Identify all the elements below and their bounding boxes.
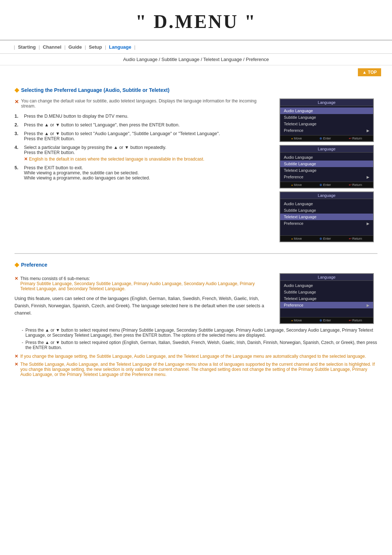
warning-x-icon-3: ✕ [15,354,18,359]
section2-bullets: - Press the ▲ or ▼ button to select requ… [22,328,377,350]
step-5-text: Press the EXIT button to exit. While vie… [24,165,269,181]
step-4: 4. Select a particular language by press… [15,145,269,162]
tv-item-audio-label-3: Audio Language [284,202,369,206]
tv-item-teletext-1: Teletext Language [280,121,373,127]
section2-warning2: ✕ The Subtitle Language, Audio Language,… [15,362,377,377]
step-1: 1. Press the D.MENU button to display th… [15,114,269,119]
section1-left: ✕ You can change the default value for s… [15,98,269,184]
tv-ctrl-move-3: ⬧ Move [291,237,302,240]
nav-sep-2: | [64,44,65,50]
nav-guide[interactable]: Guide [69,44,82,50]
tv-item-teletext-label-2: Teletext Language [284,168,369,173]
bullet-2: - Press the ▲ or ▼ button to select requ… [22,340,377,350]
enter-icon-pref: ⊕ [319,319,322,322]
top-button[interactable]: ▲ TOP [358,68,381,76]
enter-icon-2: ⊕ [319,183,322,187]
tv-controls-1: ⬧ Move ⊕ Enter ↩ Return [280,135,373,141]
tv-ctrl-return-pref: ↩ Return [349,319,362,322]
tv-ctrl-enter-pref: ⊕ Enter [319,319,331,322]
steps-list: 1. Press the D.MENU button to display th… [15,114,269,181]
tv-display-1: Language Audio Language Subtitle Languag… [279,98,374,142]
nav-starting[interactable]: Starting [18,44,36,50]
tv-arrow-2: ▶ [367,175,369,179]
tv-item-subtitle-2: Subtitle Language [280,161,373,167]
section2-warning1-text: If you change the language setting, the … [20,354,366,359]
nav-language[interactable]: Language [109,44,131,50]
tv-title-pref: Language [280,274,373,281]
step-4-warning-text: English is the default in cases where th… [29,157,204,162]
nav-sep-3: | [85,44,86,50]
move-label-2: Move [294,183,302,187]
note-x-icon-1: ✕ [15,99,19,109]
nav-sep-0: | [14,44,15,50]
tv-ctrl-return-1: ↩ Return [349,137,362,140]
tv-pref-pref: Preference ▶ [280,302,373,308]
tv-item-teletext-3: Teletext Language [280,214,373,220]
tv-controls-2: ⬧ Move ⊕ Enter ↩ Return [280,182,373,188]
diamond-icon-2: ◆ [15,261,19,268]
step-3: 3. Press the ▲ or ▼ button to select "Au… [15,131,269,141]
nav-channel[interactable]: Channel [43,44,61,50]
tv-item-audio-2: Audio Language [280,154,373,161]
return-icon-1: ↩ [349,137,352,140]
tv-menu-2: Audio Language Subtitle Language Teletex… [280,153,373,182]
diamond-icon-1: ◆ [15,86,19,93]
step-3-text: Press the ▲ or ▼ button to select "Audio… [24,131,269,141]
section2-note1-text: This menu consists of 6 sub-menus: Prima… [20,276,269,291]
tv-item-pref-label-1: Preference [284,128,367,133]
return-label-pref: Return [352,319,362,322]
tv-ctrl-move-pref: ⬧ Move [291,319,302,322]
warning-x-icon-4: ✕ [15,362,18,377]
tv-ctrl-return-2: ↩ Return [349,183,362,187]
enter-icon-1: ⊕ [319,137,322,140]
top-btn-wrap: ▲ TOP [0,65,392,79]
dash-2: - [22,340,23,345]
tv-arrow-1: ▶ [367,129,369,133]
tv-display-3: Language Audio Language Subtitle Languag… [279,191,374,242]
tv-item-teletext-label-3: Teletext Language [284,215,369,219]
move-icon-3: ⬧ [291,237,293,240]
tv-pref-teletext: Teletext Language [280,295,373,302]
tv-item-pref-label-3: Preference [284,221,367,226]
move-label-pref: Move [294,319,302,322]
return-label-3: Return [352,237,362,240]
bullet-2-text: Press the ▲ or ▼ button to select requir… [25,340,377,350]
return-label-2: Return [352,183,362,187]
return-label-1: Return [352,137,362,140]
tv-item-pref-3: Preference ▶ [280,220,373,227]
tv-title-1: Language [280,99,373,106]
tv-controls-pref: ⬧ Move ⊕ Enter ↩ Return [280,317,373,323]
tv-item-audio-label-1: Audio Language [284,109,369,113]
tv-item-teletext-2: Teletext Language [280,167,373,174]
tv-pref-pref-label: Preference [284,303,367,307]
tv-item-pref-2: Preference ▶ [280,174,373,180]
section1-heading: ◆ Selecting the Preferred Language (Audi… [15,86,377,93]
tv-menu-1: Audio Language Subtitle Language Teletex… [280,106,373,135]
tv-pref-audio-label: Audio Language [284,283,369,288]
main-content: ◆ Selecting the Preferred Language (Audi… [0,79,392,391]
nav-setup[interactable]: Setup [89,44,102,50]
tv-pref-subtitle-label: Subtitle Language [284,290,369,294]
section2-heading: ◆ Preference [15,261,377,268]
tv-ctrl-move-2: ⬧ Move [291,183,302,187]
enter-icon-3: ⊕ [319,237,322,240]
page-header: " D.MENU " [0,0,392,41]
tv-ctrl-enter-2: ⊕ Enter [319,183,331,187]
tv-ctrl-return-3: ↩ Return [349,237,362,240]
dash-1: - [22,328,23,333]
tv-item-subtitle-label-3: Subtitle Language [284,208,369,212]
tv-arrow-3: ▶ [367,222,369,226]
tv-spacer-3 [280,227,373,234]
note-x-icon-2: ✕ [15,276,18,291]
section2-para1: Using this feature, users can select one… [15,295,269,317]
section1-note-text: You can change the default value for sub… [21,98,269,109]
section1-body: ✕ You can change the default value for s… [15,98,377,242]
tv-screen-2: Language Audio Language Subtitle Languag… [279,145,377,189]
tv-title-2: Language [280,146,373,153]
tv-display-pref: Language Audio Language Subtitle Languag… [279,273,374,324]
step-2: 2. Press the ▲ or ▼ button to select "La… [15,122,269,127]
section1-right: Language Audio Language Subtitle Languag… [279,98,377,242]
step-1-text: Press the D.MENU button to display the D… [24,114,269,119]
tv-item-pref-1: Preference ▶ [280,127,373,134]
tv-pref-teletext-label: Teletext Language [284,296,369,301]
